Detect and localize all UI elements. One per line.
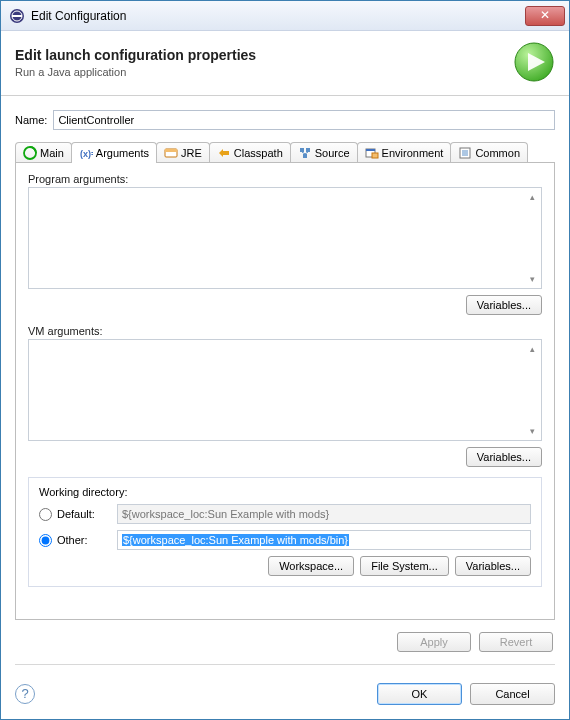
tab-main-label: Main [40, 147, 64, 159]
working-dir-other-field[interactable]: ${workspace_loc:Sun Example with mods/bi… [117, 530, 531, 550]
working-dir-other-label: Other: [57, 534, 117, 546]
vm-args-variables-button[interactable]: Variables... [466, 447, 542, 467]
working-dir-title: Working directory: [39, 486, 531, 498]
footer: ? OK Cancel [1, 665, 569, 719]
content-area: Name: Main (x)= Arguments JRE Classpath [1, 96, 569, 620]
program-args-variables-button[interactable]: Variables... [466, 295, 542, 315]
help-icon[interactable]: ? [15, 684, 35, 704]
tab-arguments[interactable]: (x)= Arguments [71, 142, 157, 163]
main-icon [23, 146, 37, 160]
tab-main[interactable]: Main [15, 142, 72, 163]
header-subtitle: Run a Java application [15, 66, 513, 78]
common-icon [458, 146, 472, 160]
svg-rect-13 [366, 149, 375, 151]
window-title: Edit Configuration [31, 9, 525, 23]
svg-rect-8 [165, 149, 177, 152]
svg-rect-9 [300, 148, 304, 152]
tab-panel-arguments: Program arguments: ▴ ▾ Variables... VM a… [15, 162, 555, 620]
svg-text:(x)=: (x)= [80, 149, 93, 159]
working-dir-default-field: ${workspace_loc:Sun Example with mods} [117, 504, 531, 524]
tab-common-label: Common [475, 147, 520, 159]
jre-icon [164, 146, 178, 160]
ok-button[interactable]: OK [377, 683, 462, 705]
working-directory-group: Working directory: Default: ${workspace_… [28, 477, 542, 587]
dialog-header: Edit launch configuration properties Run… [1, 31, 569, 96]
tab-jre-label: JRE [181, 147, 202, 159]
tab-environment-label: Environment [382, 147, 444, 159]
vm-args-textarea[interactable] [29, 340, 541, 440]
eclipse-icon [9, 8, 25, 24]
environment-icon [365, 146, 379, 160]
tab-common[interactable]: Common [450, 142, 528, 163]
name-row: Name: [15, 110, 555, 130]
file-system-button[interactable]: File System... [360, 556, 449, 576]
revert-button[interactable]: Revert [479, 632, 553, 652]
program-args-textarea[interactable] [29, 188, 541, 288]
working-dir-default-radio[interactable] [39, 508, 52, 521]
cancel-button[interactable]: Cancel [470, 683, 555, 705]
tab-source-label: Source [315, 147, 350, 159]
run-icon [513, 41, 555, 83]
tab-classpath-label: Classpath [234, 147, 283, 159]
tab-list: Main (x)= Arguments JRE Classpath Source… [15, 142, 555, 163]
vm-args-label: VM arguments: [28, 325, 542, 337]
tab-source[interactable]: Source [290, 142, 358, 163]
arguments-icon: (x)= [79, 146, 93, 160]
source-icon [298, 146, 312, 160]
tab-environment[interactable]: Environment [357, 142, 452, 163]
svg-rect-10 [306, 148, 310, 152]
svg-rect-11 [303, 154, 307, 158]
header-title: Edit launch configuration properties [15, 47, 513, 63]
title-bar[interactable]: Edit Configuration [1, 1, 569, 31]
name-label: Name: [15, 114, 47, 126]
svg-rect-14 [372, 153, 378, 158]
tab-jre[interactable]: JRE [156, 142, 210, 163]
svg-rect-2 [12, 15, 22, 17]
dialog-window: Edit Configuration Edit launch configura… [0, 0, 570, 720]
name-input[interactable] [53, 110, 555, 130]
classpath-icon [217, 146, 231, 160]
tab-classpath[interactable]: Classpath [209, 142, 291, 163]
apply-revert-row: Apply Revert [1, 620, 569, 652]
working-dir-default-label: Default: [57, 508, 117, 520]
program-args-label: Program arguments: [28, 173, 542, 185]
window-close-button[interactable] [525, 6, 565, 26]
working-dir-variables-button[interactable]: Variables... [455, 556, 531, 576]
working-dir-other-radio[interactable] [39, 534, 52, 547]
apply-button[interactable]: Apply [397, 632, 471, 652]
workspace-button[interactable]: Workspace... [268, 556, 354, 576]
tab-arguments-label: Arguments [96, 147, 149, 159]
